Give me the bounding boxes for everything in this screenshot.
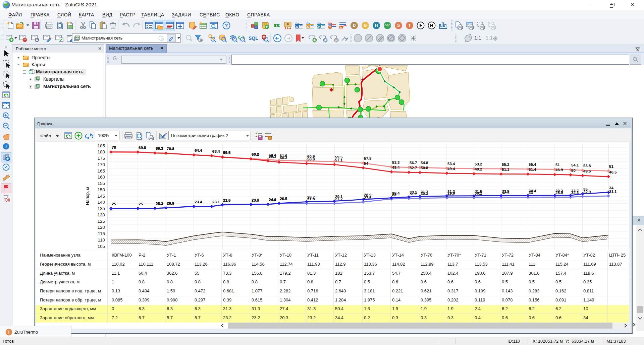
svg-text:G: G: [307, 25, 309, 28]
svg-text:OPC: OPC: [384, 24, 390, 27]
svg-text:150: 150: [97, 187, 105, 192]
svg-text:H: H: [375, 23, 378, 28]
svg-text:53.8: 53.8: [583, 164, 591, 168]
svg-text:70: 70: [112, 145, 116, 149]
svg-text:63.4: 63.4: [212, 149, 220, 153]
svg-text:33.9: 33.9: [502, 189, 509, 193]
svg-text:180: 180: [97, 149, 105, 154]
svg-text:175: 175: [97, 156, 105, 161]
svg-text:49.5: 49.5: [583, 169, 591, 173]
svg-text:49.2: 49.2: [475, 167, 482, 171]
svg-text:53.2: 53.2: [475, 162, 482, 166]
svg-text:26.5: 26.5: [280, 197, 287, 201]
svg-text:53.3: 53.3: [392, 160, 399, 164]
svg-text:130: 130: [97, 212, 105, 217]
svg-text:53.4: 53.4: [447, 162, 455, 166]
svg-text:D: D: [296, 25, 299, 28]
svg-text:51: 51: [555, 163, 560, 167]
svg-text:?: ?: [225, 23, 228, 28]
svg-text:28.4: 28.4: [392, 191, 400, 195]
svg-text:35: 35: [583, 187, 588, 191]
svg-text:D: D: [353, 23, 356, 28]
svg-text:51: 51: [609, 164, 613, 168]
svg-text:T: T: [329, 26, 331, 29]
svg-text:H: H: [318, 25, 321, 28]
svg-text:69.8: 69.8: [139, 146, 146, 150]
svg-text:54.8: 54.8: [421, 161, 428, 165]
svg-text:170: 170: [97, 162, 105, 167]
svg-text:28.7: 28.7: [307, 195, 315, 199]
svg-text:115: 115: [98, 231, 105, 236]
svg-text:57.8: 57.8: [364, 156, 372, 160]
svg-text:69.3: 69.3: [156, 146, 163, 150]
svg-text:26.9: 26.9: [167, 201, 174, 205]
svg-text:110: 110: [98, 237, 105, 243]
svg-text:59.6: 59.6: [223, 150, 230, 154]
svg-text:33.1: 33.1: [410, 190, 417, 194]
svg-text:140: 140: [97, 200, 105, 205]
svg-text:59.5: 59.5: [335, 155, 343, 159]
svg-text:30.3: 30.3: [555, 189, 563, 193]
svg-text:28.9: 28.9: [364, 193, 371, 197]
svg-text:S: S: [340, 26, 342, 29]
svg-text:60.4: 60.4: [269, 153, 276, 157]
svg-text:46.5: 46.5: [609, 170, 617, 174]
svg-text:S: S: [397, 23, 400, 28]
svg-text:52.7: 52.7: [410, 166, 417, 170]
svg-text:185: 185: [97, 143, 105, 148]
svg-text:23.4: 23.4: [195, 200, 202, 204]
svg-text:55.2: 55.2: [502, 162, 509, 166]
svg-text:64.4: 64.4: [195, 148, 202, 152]
svg-text:31.6: 31.6: [475, 189, 482, 193]
svg-text:25: 25: [139, 202, 143, 206]
svg-text:70.4: 70.4: [167, 147, 174, 151]
svg-text:155: 155: [97, 181, 105, 186]
svg-text:60.9: 60.9: [307, 154, 315, 158]
svg-text:55.4: 55.4: [529, 162, 536, 166]
svg-text:50.8: 50.8: [421, 166, 428, 170]
svg-text:165: 165: [97, 168, 105, 174]
svg-text:50: 50: [571, 168, 576, 172]
svg-text:33.7: 33.7: [571, 189, 579, 193]
svg-text:24.6: 24.6: [269, 198, 276, 202]
svg-text:21.6: 21.6: [223, 198, 230, 202]
svg-text:49.4: 49.4: [392, 165, 400, 169]
svg-text:Напор, м: Напор, м: [85, 187, 90, 205]
svg-text:T: T: [8, 330, 10, 335]
svg-text:160: 160: [97, 175, 105, 180]
svg-text:120: 120: [97, 225, 105, 230]
svg-text:60.2: 60.2: [252, 152, 259, 156]
svg-text:34.4: 34.4: [529, 189, 536, 193]
svg-text:54.1: 54.1: [571, 163, 579, 167]
svg-text:23.7: 23.7: [252, 198, 259, 202]
svg-text:61.6: 61.6: [280, 154, 287, 158]
svg-text:125: 125: [97, 219, 105, 224]
svg-text:23.1: 23.1: [212, 200, 220, 204]
svg-text:51.4: 51.4: [529, 167, 536, 171]
svg-text:31.7: 31.7: [421, 190, 428, 194]
svg-text:46.9: 46.9: [555, 168, 563, 172]
svg-text:G: G: [364, 23, 367, 28]
svg-text:56.7: 56.7: [410, 161, 417, 165]
svg-text:29.1: 29.1: [335, 195, 343, 199]
svg-text:51.1: 51.1: [502, 167, 509, 171]
svg-text:25: 25: [112, 202, 116, 206]
svg-text:105: 105: [97, 244, 105, 249]
svg-text:T: T: [408, 23, 411, 28]
svg-text:54: 54: [364, 161, 368, 165]
svg-text:135: 135: [97, 206, 105, 211]
svg-text:34: 34: [609, 186, 613, 190]
svg-text:i: i: [5, 144, 7, 149]
svg-text:31.1: 31.1: [609, 190, 617, 194]
svg-text:49.4: 49.4: [447, 167, 455, 171]
svg-text:25.3: 25.3: [156, 202, 163, 206]
svg-text:145: 145: [97, 194, 105, 199]
svg-text:31.3: 31.3: [447, 190, 455, 194]
